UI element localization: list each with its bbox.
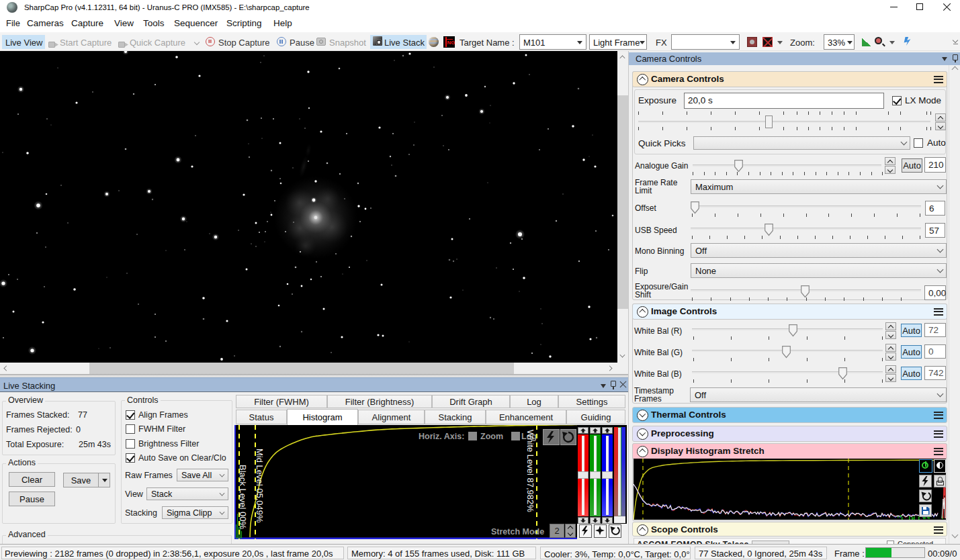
svg-text:White Level 87,982%: White Level 87,982%: [525, 430, 535, 512]
svg-text:Mid Level 05,049%: Mid Level 05,049%: [255, 449, 265, 523]
svg-text:Black Level 00%: Black Level 00%: [238, 465, 248, 530]
